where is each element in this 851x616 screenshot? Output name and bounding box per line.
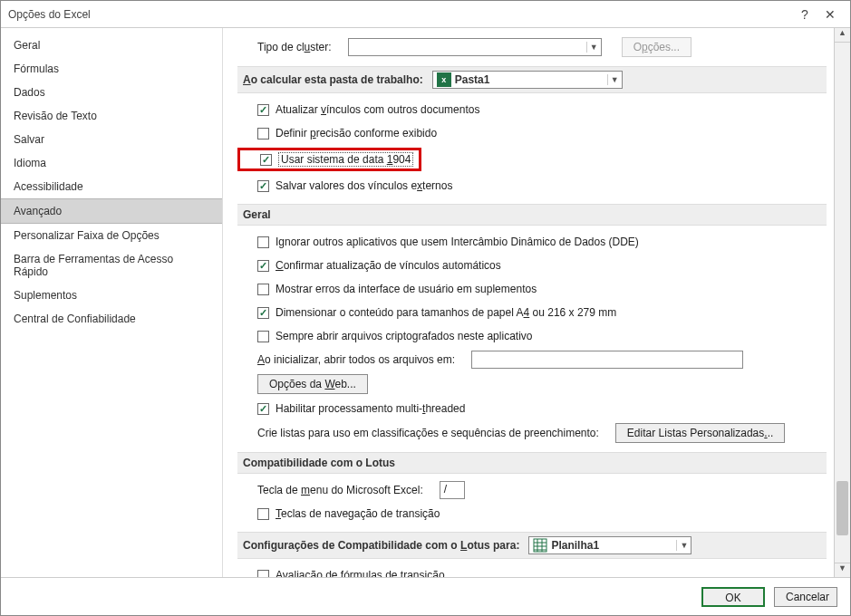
ok-button[interactable]: OK: [701, 587, 765, 607]
web-options-button[interactable]: Opções da Web...: [257, 374, 368, 394]
close-icon[interactable]: ✕: [817, 7, 843, 22]
highlight-box: Usar sistema de data 1904: [237, 148, 421, 171]
checkbox-usar-sistema-data-1904[interactable]: Usar sistema de data 1904: [278, 152, 413, 167]
vertical-scrollbar[interactable]: ▲ ▼: [834, 28, 850, 577]
custom-lists-row: Crie listas para uso em classificações e…: [237, 423, 827, 443]
settings-panel: Tipo de cluster: ▼ Opções... Ao calcular…: [223, 28, 834, 577]
cancel-button[interactable]: Cancelar: [774, 587, 837, 607]
lotus-sheet-dropdown[interactable]: Planilha1 ▼: [528, 536, 691, 554]
category-sidebar: Geral Fórmulas Dados Revisão de Texto Sa…: [1, 28, 223, 577]
init-open-files-label: Ao inicializar, abrir todos os arquivos …: [257, 353, 455, 366]
section-header-geral: Geral: [237, 204, 827, 226]
checkbox-icon: [257, 331, 269, 342]
sidebar-item-avancado[interactable]: Avançado: [1, 198, 222, 224]
checkbox-icon: [257, 508, 269, 520]
cluster-label: Tipo de cluster:: [257, 41, 332, 53]
section-header-lotus-compat: Configurações de Compatibilidade com o L…: [237, 532, 827, 559]
sidebar-item-salvar[interactable]: Salvar: [1, 128, 222, 151]
checkbox-confirmar-atualizacao[interactable]: Confirmar atualização de vínculos automá…: [237, 256, 827, 274]
sidebar-item-idioma[interactable]: Idioma: [1, 151, 222, 175]
excel-options-dialog: Opções do Excel ? ✕ Geral Fórmulas Dados…: [0, 0, 851, 616]
cluster-options-button: Opções...: [622, 37, 691, 57]
checkbox-icon: [257, 236, 269, 248]
checkbox-icon: [257, 570, 269, 578]
chevron-down-icon: ▼: [607, 74, 622, 85]
checkbox-teclas-navegacao-transicao[interactable]: Teclas de navegação de transição: [237, 505, 827, 523]
sidebar-item-dados[interactable]: Dados: [1, 81, 222, 104]
checkbox-atualizar-vinculos[interactable]: Atualizar vínculos com outros documentos: [237, 101, 827, 119]
sidebar-item-central-confiabilidade[interactable]: Central de Confiabilidade: [1, 307, 222, 331]
scrollbar-thumb[interactable]: [836, 481, 848, 535]
scroll-down-icon[interactable]: ▼: [835, 563, 850, 577]
workbook-dropdown[interactable]: x Pasta1 ▼: [432, 71, 623, 89]
edit-custom-lists-button[interactable]: Editar Listas Personalizadas...: [615, 423, 785, 443]
window-title: Opções do Excel: [8, 8, 792, 21]
cluster-row: Tipo de cluster: ▼ Opções...: [237, 37, 827, 57]
chevron-down-icon: ▼: [676, 540, 691, 551]
titlebar: Opções do Excel ? ✕: [1, 1, 850, 28]
init-open-files-row: Ao inicializar, abrir todos os arquivos …: [237, 351, 827, 369]
web-options-row: Opções da Web...: [237, 374, 827, 394]
checkbox-icon: [257, 128, 269, 140]
row-data-1904-highlighted: Usar sistema de data 1904: [237, 148, 827, 171]
checkbox-icon: [257, 403, 269, 415]
checkbox-dimensionar-a4[interactable]: Dimensionar o conteúdo para tamanhos de …: [237, 303, 827, 322]
scroll-up-icon[interactable]: ▲: [835, 28, 850, 43]
checkbox-mostrar-erros-ui[interactable]: Mostrar erros da interface de usuário em…: [237, 280, 827, 298]
checkbox-sempre-abrir-criptografados[interactable]: Sempre abrir arquivos criptografados nes…: [237, 327, 827, 345]
sidebar-item-revisao[interactable]: Revisão de Texto: [1, 104, 222, 128]
checkbox-icon: [257, 307, 269, 319]
init-open-files-input[interactable]: [471, 351, 743, 369]
checkbox-icon: [257, 180, 269, 192]
content-area: Geral Fórmulas Dados Revisão de Texto Sa…: [1, 28, 850, 577]
help-icon[interactable]: ?: [792, 7, 817, 22]
dialog-footer: OK Cancelar: [1, 577, 850, 615]
sidebar-item-geral[interactable]: Geral: [1, 34, 222, 57]
lotus-menu-key-input[interactable]: /: [440, 481, 465, 499]
checkbox-icon: [257, 284, 269, 295]
checkbox-definir-precisao[interactable]: Definir precisão conforme exibido: [237, 124, 827, 142]
checkbox-icon: [257, 260, 269, 272]
cluster-dropdown[interactable]: ▼: [348, 38, 602, 56]
checkbox-avaliacao-formulas-transicao[interactable]: Avaliação de fórmulas de transição: [237, 566, 827, 577]
sidebar-item-formulas[interactable]: Fórmulas: [1, 57, 222, 81]
checkbox-ignorar-dde[interactable]: Ignorar outros aplicativos que usem Inte…: [237, 233, 827, 251]
excel-file-icon: x: [437, 72, 451, 87]
worksheet-icon: [533, 538, 547, 553]
checkbox-icon[interactable]: [260, 154, 272, 166]
sidebar-item-barra-ferramentas[interactable]: Barra de Ferramentas de Acesso Rápido: [1, 247, 222, 284]
section-header-calcular: Ao calcular esta pasta de trabalho: x Pa…: [237, 66, 827, 93]
custom-lists-label: Crie listas para uso em classificações e…: [257, 427, 599, 439]
sidebar-item-acessibilidade[interactable]: Acessibilidade: [1, 175, 222, 198]
sidebar-item-suplementos[interactable]: Suplementos: [1, 284, 222, 307]
checkbox-salvar-valores-vinculos[interactable]: Salvar valores dos vínculos externos: [237, 177, 827, 195]
lotus-menu-key-row: Tecla de menu do Microsoft Excel: /: [237, 481, 827, 499]
checkbox-multi-threaded[interactable]: Habilitar processamento multi-threaded: [237, 399, 827, 418]
lotus-menu-key-label: Tecla de menu do Microsoft Excel:: [257, 484, 423, 496]
checkbox-icon: [257, 104, 269, 116]
section-header-lotus: Compatibilidade com o Lotus: [237, 452, 827, 474]
sidebar-item-personalizar-faixa[interactable]: Personalizar Faixa de Opções: [1, 224, 222, 247]
chevron-down-icon: ▼: [586, 42, 601, 53]
